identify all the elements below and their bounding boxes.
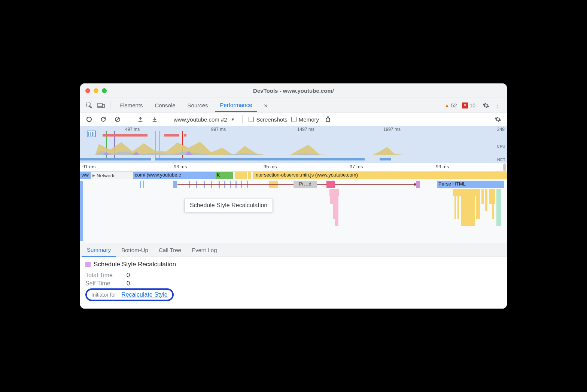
event-name: Schedule Style Recalculation: [94, 261, 176, 268]
tick: 997 ms: [211, 127, 226, 132]
error-icon: ✕: [462, 102, 468, 108]
ruler-tick: 99 ms: [436, 164, 449, 169]
tab-call-tree[interactable]: Call Tree: [153, 244, 186, 256]
tab-event-log[interactable]: Event Log: [186, 244, 222, 256]
chevron-right-icon: ▶: [92, 174, 95, 177]
chevron-down-icon: ▼: [231, 117, 235, 122]
track-row: ww ▶ Network com/ (www.youtube.c K inter…: [80, 172, 507, 180]
scrollbar-thumb[interactable]: [503, 163, 506, 171]
svg-rect-3: [103, 104, 104, 108]
net-label: NET: [497, 157, 505, 162]
initiator-label: Initiator for: [91, 292, 116, 298]
inspect-icon[interactable]: [84, 100, 94, 111]
stat-self-time: Self Time 0: [85, 280, 502, 287]
record-button[interactable]: [84, 114, 94, 125]
profile-select[interactable]: www.youtube.com #2 ▼: [172, 116, 236, 123]
download-button[interactable]: [149, 114, 160, 125]
checkbox-icon: [291, 117, 296, 122]
event-title: Schedule Style Recalculation: [85, 261, 502, 268]
block-prd[interactable]: Pr…d: [294, 181, 317, 188]
timeline-ruler[interactable]: 91 ms 93 ms 95 ms 97 ms 99 ms: [80, 163, 507, 172]
block[interactable]: [243, 172, 247, 179]
track-row: Pr…d Parse HTML: [80, 181, 507, 189]
perf-toolbar: www.youtube.com #2 ▼ Screenshots Memory: [80, 113, 507, 126]
tick: 1497 ms: [297, 127, 314, 132]
ruler-tick: 95 ms: [264, 164, 277, 169]
block[interactable]: [173, 181, 177, 188]
cpu-label: CPU: [497, 144, 505, 148]
ruler-tick: 91 ms: [82, 164, 95, 169]
tab-summary[interactable]: Summary: [82, 244, 116, 257]
errors-badge[interactable]: ✕ 10: [462, 102, 475, 108]
initiator-row-highlight: Initiator for Recalculate Style: [85, 288, 174, 301]
tab-elements[interactable]: Elements: [114, 99, 148, 111]
overview-selection[interactable]: [87, 131, 96, 137]
device-toggle-icon[interactable]: [96, 100, 106, 111]
tooltip: Schedule Style Recalculation: [184, 199, 273, 212]
upload-button[interactable]: [135, 114, 146, 125]
tab-console[interactable]: Console: [150, 99, 181, 111]
block[interactable]: [235, 172, 238, 179]
event-color-swatch: [85, 262, 91, 267]
reload-button[interactable]: [98, 114, 109, 125]
panel-tabs: Elements Console Sources Performance » ▲…: [80, 98, 507, 113]
screenshots-label: Screenshots: [256, 116, 287, 123]
network-label: Network: [97, 173, 115, 178]
stat-value: 0: [127, 280, 130, 287]
block[interactable]: com/ (www.youtube.c: [133, 172, 216, 179]
network-toggle[interactable]: ▶ Network: [91, 172, 133, 179]
profile-name: www.youtube.com #2: [174, 116, 227, 123]
block[interactable]: ww: [80, 172, 91, 179]
ruler-tick: 97 ms: [350, 164, 363, 169]
warning-icon: ▲: [444, 102, 450, 108]
divider: [110, 101, 110, 110]
cpu-chart: [80, 140, 507, 155]
stat-value: 0: [127, 272, 130, 279]
tick: 249: [497, 127, 505, 132]
checkbox-icon: [249, 117, 254, 122]
block-parse-html[interactable]: Parse HTML: [437, 181, 504, 188]
tick: 1997 ms: [383, 127, 401, 132]
tab-bottom-up[interactable]: Bottom-Up: [116, 244, 153, 256]
initiator-link[interactable]: Recalculate Style: [121, 291, 168, 298]
stat-total-time: Total Time 0: [85, 272, 502, 279]
stat-label: Self Time: [85, 280, 120, 287]
memory-label: Memory: [299, 116, 319, 123]
block-script[interactable]: intersection-observer.min.js (www.youtub…: [253, 172, 507, 179]
divider: [166, 115, 166, 123]
ruler-tick: 93 ms: [174, 164, 187, 169]
tick: 497 ms: [125, 127, 140, 132]
titlebar: DevTools - www.youtube.com/: [80, 83, 507, 98]
block[interactable]: [248, 172, 251, 179]
svg-rect-1: [98, 103, 102, 107]
more-tabs[interactable]: »: [259, 99, 273, 112]
perf-settings-icon[interactable]: [493, 114, 503, 125]
garbage-collect-icon[interactable]: [323, 114, 333, 125]
stat-label: Total Time: [85, 272, 120, 279]
window-title: DevTools - www.youtube.com/: [80, 88, 507, 94]
flame-chart[interactable]: ww ▶ Network com/ (www.youtube.c K inter…: [80, 172, 507, 243]
settings-icon[interactable]: [481, 100, 491, 111]
clear-button[interactable]: [112, 114, 123, 125]
svg-line-5: [116, 118, 119, 121]
block[interactable]: [416, 181, 420, 188]
block[interactable]: [80, 181, 83, 241]
warnings-badge[interactable]: ▲ 52: [444, 102, 457, 108]
screenshots-checkbox[interactable]: Screenshots: [249, 116, 287, 123]
block[interactable]: [230, 172, 233, 179]
block[interactable]: [238, 172, 241, 179]
tab-sources[interactable]: Sources: [182, 99, 213, 111]
block[interactable]: K: [216, 172, 221, 179]
tab-performance[interactable]: Performance: [215, 99, 258, 112]
block[interactable]: [326, 181, 335, 188]
divider: [242, 115, 243, 123]
summary-panel: Schedule Style Recalculation Total Time …: [80, 257, 507, 309]
devtools-window: DevTools - www.youtube.com/ Elements Con…: [80, 83, 507, 309]
errors-count: 10: [469, 102, 475, 108]
overview-minimap[interactable]: 497 ms 997 ms 1497 ms 1997 ms 249: [80, 126, 507, 163]
warnings-count: 52: [451, 102, 457, 108]
kebab-icon[interactable]: ⋮: [493, 100, 503, 111]
summary-tabs: Summary Bottom-Up Call Tree Event Log: [80, 243, 507, 257]
divider: [129, 115, 129, 123]
memory-checkbox[interactable]: Memory: [291, 116, 319, 123]
